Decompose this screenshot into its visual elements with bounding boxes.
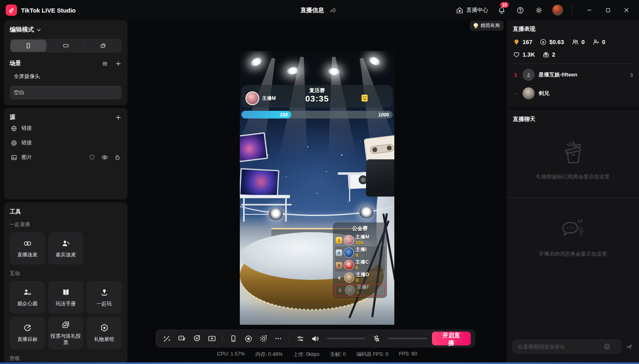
performance-section: 直播表现 167 $ $0.63 0 0 <box>507 20 639 107</box>
sticker-emoji <box>362 95 368 102</box>
tile-label: 嘉宾连麦 <box>56 252 76 258</box>
studio-camera <box>366 159 394 197</box>
notifications-bell-icon[interactable]: 19 <box>496 5 507 15</box>
vote-check-icon <box>61 320 71 330</box>
overlay-frame-icon[interactable] <box>205 331 218 346</box>
tool-tile-live-match[interactable]: 直播连麦 <box>10 232 45 265</box>
gifts-value: 2 <box>552 51 555 58</box>
add-scene-icon[interactable] <box>115 60 122 67</box>
settings-gear-icon[interactable] <box>533 5 544 15</box>
overlap-windows-icon <box>99 42 107 49</box>
lock-icon[interactable] <box>114 154 121 161</box>
live-center-button[interactable]: 直播中心 <box>456 6 488 14</box>
ai-effects-icon[interactable]: AI <box>190 331 203 346</box>
tool-tile-audience-wish[interactable]: 观众心愿 <box>10 281 45 313</box>
segment-divider <box>47 42 47 49</box>
scene-item-blank[interactable]: 空白 <box>10 86 122 99</box>
tools-panel: 工具 一起直播 直播连麦 嘉宾连麦 互动 观众心愿 <box>4 202 127 364</box>
joystick-icon <box>99 288 109 297</box>
guild-battle-overlay: 公会赛 1 主播M100 2 主播I0 3 主播C0 4 <box>333 222 387 298</box>
fps-stat: FPS: 60 <box>399 351 417 358</box>
portrait-mode-button[interactable] <box>11 40 46 52</box>
revenue-stat: $ $0.63 <box>540 38 564 46</box>
stage-side-table <box>338 172 363 175</box>
tile-label: 投票与送礼投票 <box>50 333 82 346</box>
encoder-fps-stat: 编码器 FPS: 0 <box>356 351 388 358</box>
speaker-icon[interactable] <box>309 331 322 346</box>
maximize-button[interactable] <box>599 0 617 20</box>
multi-layout-mode-button[interactable] <box>85 40 121 52</box>
chevron-down-icon <box>36 28 41 32</box>
tool-tile-guest-match[interactable]: 嘉宾连麦 <box>48 232 83 265</box>
tool-tile-playbook[interactable]: 玩法手册 <box>48 281 83 313</box>
live-preview[interactable]: 复活赛 主播M 03:35 100 1000 公会赛 1 <box>240 51 394 325</box>
media-source-icon[interactable] <box>175 331 188 346</box>
refresh-icon[interactable] <box>89 154 95 161</box>
tool-tile-live-goal[interactable]: 直播目标 <box>10 317 45 349</box>
effects-wand-icon[interactable] <box>160 331 174 346</box>
landscape-icon <box>62 42 70 49</box>
mic-muted-icon[interactable] <box>370 331 383 346</box>
emoji-icon[interactable] <box>603 343 611 350</box>
source-item-image[interactable]: 图片 <box>10 150 122 165</box>
source-item-link-1[interactable]: 链接 <box>10 121 122 135</box>
guild-score: 0 <box>357 290 369 296</box>
simple-layout-label: 精简布局 <box>480 22 500 29</box>
stage-monitor <box>240 168 279 198</box>
close-button[interactable] <box>617 0 636 20</box>
perf-avatar <box>523 69 535 81</box>
diamonds-stat: 167 <box>513 38 532 46</box>
send-comment-icon[interactable] <box>625 343 633 351</box>
scene-item-fullscreen-camera[interactable]: 全屏摄像头 <box>10 70 122 83</box>
dropped-frames-stat: 丢帧: 0 <box>330 351 346 358</box>
start-live-button[interactable]: 开启直播 <box>432 332 471 345</box>
diamond-icon <box>513 38 520 46</box>
record-icon[interactable] <box>242 331 255 346</box>
tile-label: 直播目标 <box>17 336 38 343</box>
app-title: TikTok LIVE Studio <box>21 7 76 14</box>
add-source-icon[interactable] <box>115 114 122 121</box>
globe-icon <box>11 140 17 146</box>
phone-preview-icon[interactable] <box>227 331 240 346</box>
edit-mode-dropdown[interactable]: 编辑模式 <box>10 26 122 34</box>
chat-title: 直播聊天 <box>507 110 639 123</box>
user-avatar[interactable] <box>552 4 563 16</box>
guild-name: 主播I <box>355 247 366 253</box>
tool-tile-play-together[interactable]: 一起玩 <box>87 281 122 313</box>
source-item-link-2[interactable]: 链接 <box>10 135 122 150</box>
visibility-eye-icon[interactable] <box>101 154 108 161</box>
rank-2-badge: 2 <box>336 250 342 256</box>
camera-flip-icon[interactable] <box>257 331 270 346</box>
audio-mixer-icon[interactable] <box>294 331 307 346</box>
goal-gauge-icon <box>23 323 32 333</box>
performance-row-1[interactable]: 1 星播互娱-fifteen 3 <box>513 66 633 84</box>
orientation-toggle <box>10 39 122 53</box>
tool-tile-polls[interactable]: 投票与送礼投票 <box>48 317 83 349</box>
minimize-button[interactable] <box>580 0 599 20</box>
more-icon[interactable] <box>272 331 285 346</box>
tile-label: 玩法手册 <box>56 301 76 307</box>
guild-score: 100 <box>355 240 369 245</box>
phone-portrait-icon <box>25 42 32 49</box>
landscape-mode-button[interactable] <box>48 40 84 52</box>
mic-volume-slider[interactable] <box>388 338 427 339</box>
performance-row-2[interactable]: - 剑兄 <box>513 84 633 103</box>
scene-list-icon[interactable] <box>102 60 108 67</box>
center-area: 精简布局 <box>127 20 507 364</box>
tool-tile-gift-gallery[interactable]: 礼物展馆 <box>87 317 122 349</box>
scenes-header: 场景 <box>10 60 122 67</box>
scene-item-label: 空白 <box>14 89 24 95</box>
live-center-label: 直播中心 <box>466 6 488 14</box>
simple-layout-badge[interactable]: 精简布局 <box>470 21 504 31</box>
perf-rank: 1 <box>513 72 518 78</box>
segment-divider <box>84 42 85 49</box>
share-icon[interactable] <box>328 5 339 15</box>
image-icon <box>11 154 17 161</box>
window-controls <box>580 0 636 20</box>
sources-title: 源 <box>10 114 15 121</box>
source-label: 链接 <box>21 139 32 146</box>
speaker-volume-slider[interactable] <box>327 338 366 339</box>
perf-value: 3 <box>630 72 633 78</box>
help-icon[interactable] <box>515 5 525 15</box>
rank-3-badge: 3 <box>336 262 342 269</box>
